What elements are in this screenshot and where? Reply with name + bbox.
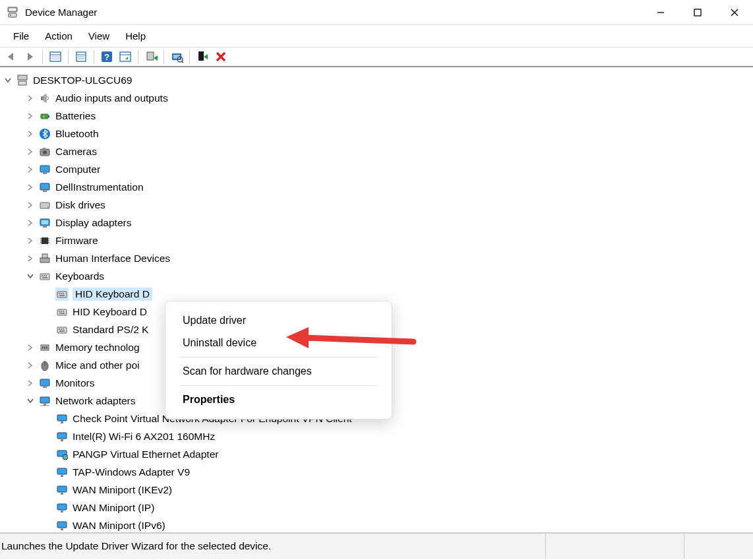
toolbar-forward-button[interactable] <box>21 48 38 65</box>
chevron-right-icon[interactable] <box>25 342 36 353</box>
tree-node-firmware[interactable]: Firmware <box>0 232 753 249</box>
chevron-down-icon[interactable] <box>25 396 36 406</box>
toolbar-properties-button[interactable] <box>73 48 90 65</box>
chevron-down-icon[interactable] <box>3 75 13 86</box>
toolbar-uninstall-button[interactable] <box>212 48 229 65</box>
chevron-right-icon[interactable] <box>25 218 36 228</box>
chevron-right-icon[interactable] <box>25 378 36 389</box>
keyboard-icon <box>38 270 51 283</box>
svg-rect-50 <box>43 226 47 228</box>
node-label: TAP-Windows Adapter V9 <box>73 466 190 478</box>
battery-icon <box>38 109 51 123</box>
menu-action[interactable]: Action <box>37 28 80 44</box>
minimize-button[interactable] <box>642 0 679 24</box>
menu-file[interactable]: File <box>5 28 37 44</box>
chevron-right-icon[interactable] <box>25 235 36 246</box>
maximize-button[interactable] <box>679 0 716 24</box>
chevron-right-icon[interactable] <box>25 360 36 371</box>
svg-rect-67 <box>61 293 62 294</box>
tree-node-computer[interactable]: Computer <box>0 160 753 178</box>
menu-help[interactable]: Help <box>117 28 154 44</box>
node-label: WAN Miniport (IP) <box>73 502 154 514</box>
context-properties[interactable]: Properties <box>175 389 382 411</box>
chevron-right-icon[interactable] <box>25 93 36 104</box>
tree-leaf-wan-ip[interactable]: WAN Miniport (IP) <box>0 499 753 516</box>
svg-marker-34 <box>44 94 47 103</box>
svg-rect-65 <box>57 292 67 297</box>
svg-rect-73 <box>63 311 64 312</box>
svg-rect-45 <box>43 191 47 192</box>
toolbar-scan-button[interactable] <box>168 48 185 65</box>
svg-rect-87 <box>43 387 47 388</box>
chevron-right-icon[interactable] <box>25 129 36 139</box>
camera-icon <box>38 145 51 158</box>
toolbar-separator <box>68 49 69 64</box>
context-update-driver[interactable]: Update driver <box>175 309 382 332</box>
context-scan-hardware[interactable]: Scan for hardware changes <box>175 360 382 383</box>
device-manager-icon <box>7 7 18 18</box>
svg-rect-51 <box>42 237 48 244</box>
svg-rect-86 <box>40 379 49 386</box>
chevron-right-icon[interactable] <box>25 253 36 264</box>
tree-leaf-pangp[interactable]: PANGP Virtual Ethernet Adapter <box>0 445 753 463</box>
svg-rect-92 <box>61 421 63 423</box>
node-label: Disk drives <box>55 199 105 211</box>
network-icon <box>55 412 69 425</box>
svg-rect-94 <box>61 439 63 441</box>
toolbar-enable-button[interactable] <box>194 48 211 65</box>
tree-node-batteries[interactable]: Batteries <box>0 107 753 125</box>
tree-leaf-hid-keyboard-1[interactable]: HID Keyboard D <box>0 285 753 303</box>
node-label: Bluetooth <box>55 128 99 140</box>
toolbar-refresh-button[interactable] <box>117 48 134 65</box>
network-icon <box>55 466 69 479</box>
tree-node-dellinstr[interactable]: DellInstrumentation <box>0 178 753 196</box>
toolbar-separator <box>138 49 138 64</box>
context-uninstall-device[interactable]: Uninstall device <box>175 332 382 354</box>
monitor-icon <box>38 181 51 194</box>
context-menu: Update driver Uninstall device Scan for … <box>165 301 392 420</box>
toolbar-update-driver-button[interactable] <box>142 48 160 65</box>
tree-node-cameras[interactable]: Cameras <box>0 142 753 160</box>
menu-view[interactable]: View <box>80 28 117 44</box>
menubar: File Action View Help <box>0 25 753 47</box>
tree-leaf-wan-ipv6[interactable]: WAN Miniport (IPv6) <box>0 516 753 533</box>
svg-rect-97 <box>57 468 67 474</box>
chevron-right-icon[interactable] <box>25 200 36 210</box>
tree-node-disk[interactable]: Disk drives <box>0 196 753 214</box>
svg-rect-78 <box>63 328 64 330</box>
node-label: Display adapters <box>55 217 131 229</box>
toolbar-show-hidden-button[interactable] <box>47 48 64 65</box>
tree-node-display[interactable]: Display adapters <box>0 214 753 232</box>
svg-text:?: ? <box>104 52 109 62</box>
tree-leaf-wifi-ax201[interactable]: Intel(R) Wi-Fi 6 AX201 160MHz <box>0 427 753 445</box>
toolbar-help-button[interactable]: ? <box>98 48 115 65</box>
node-label: Standard PS/2 K <box>73 324 148 336</box>
close-button[interactable] <box>716 0 753 24</box>
chevron-right-icon[interactable] <box>25 164 36 175</box>
tree-root[interactable]: DESKTOP-ULGCU69 <box>0 71 753 89</box>
tree-node-bluetooth[interactable]: Bluetooth <box>0 125 753 142</box>
chevron-right-icon[interactable] <box>25 111 36 121</box>
statusbar: Launches the Update Driver Wizard for th… <box>0 533 753 559</box>
tree-node-hid[interactable]: Human Interface Devices <box>0 249 753 267</box>
toolbar-back-button[interactable] <box>3 48 20 65</box>
tree-leaf-tap-windows[interactable]: TAP-Windows Adapter V9 <box>0 463 753 481</box>
status-pane <box>684 534 753 559</box>
svg-rect-72 <box>61 311 62 312</box>
node-label: WAN Miniport (IPv6) <box>73 520 166 532</box>
toolbar-separator <box>164 49 164 64</box>
chevron-right-icon[interactable] <box>25 146 36 157</box>
chevron-down-icon[interactable] <box>25 271 36 282</box>
tree-leaf-wan-ikev2[interactable]: WAN Miniport (IKEv2) <box>0 481 753 499</box>
tree-node-keyboards[interactable]: Keyboards <box>0 267 753 285</box>
keyboard-icon <box>55 323 69 336</box>
device-tree[interactable]: DESKTOP-ULGCU69 Audio inputs and outputs… <box>0 67 753 533</box>
chevron-right-icon[interactable] <box>25 182 36 193</box>
node-label: Mice and other poi <box>55 359 140 371</box>
svg-rect-36 <box>48 115 49 117</box>
svg-rect-58 <box>40 258 49 263</box>
tree-node-audio[interactable]: Audio inputs and outputs <box>0 89 753 107</box>
svg-rect-79 <box>59 330 65 332</box>
network-icon <box>55 448 69 461</box>
svg-line-26 <box>182 61 183 63</box>
